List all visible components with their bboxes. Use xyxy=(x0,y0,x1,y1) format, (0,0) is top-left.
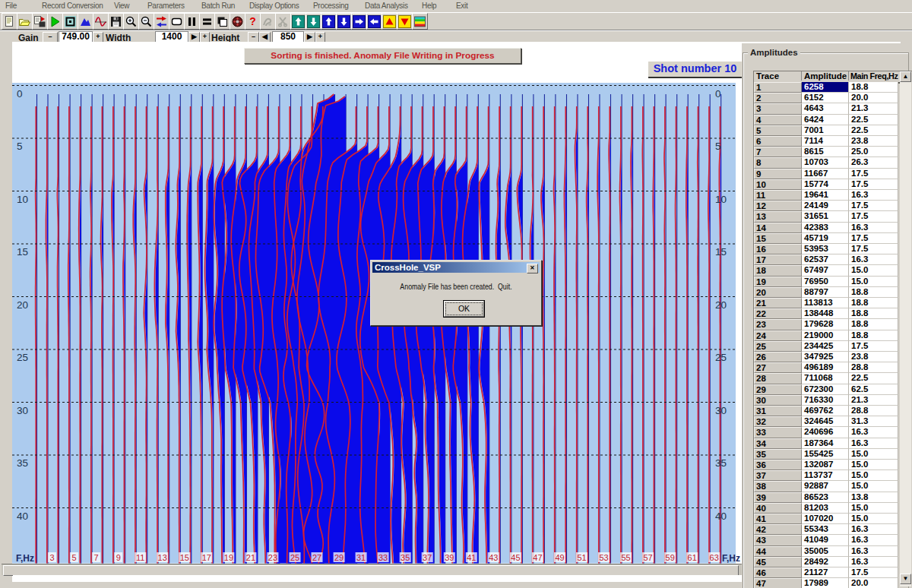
svg-text:51: 51 xyxy=(577,553,586,562)
svg-text:23: 23 xyxy=(268,553,277,562)
svg-text:39: 39 xyxy=(445,553,454,562)
svg-text:11: 11 xyxy=(136,553,144,562)
svg-text:17: 17 xyxy=(202,553,211,562)
svg-text:35: 35 xyxy=(17,457,28,469)
svg-text:27: 27 xyxy=(312,553,321,562)
svg-text:40: 40 xyxy=(715,511,727,522)
svg-text:43: 43 xyxy=(489,553,498,562)
svg-text:29: 29 xyxy=(334,553,344,562)
svg-text:0: 0 xyxy=(17,88,23,100)
svg-text:9: 9 xyxy=(116,553,121,562)
svg-text:15: 15 xyxy=(180,553,189,562)
svg-text:49: 49 xyxy=(555,553,564,562)
svg-text:?: ? xyxy=(249,15,256,27)
svg-text:30: 30 xyxy=(17,405,28,416)
svg-text:5: 5 xyxy=(715,141,721,152)
svg-text:35: 35 xyxy=(715,457,727,469)
svg-text:25: 25 xyxy=(17,352,28,363)
svg-text:37: 37 xyxy=(423,553,432,562)
svg-text:21: 21 xyxy=(246,553,255,562)
svg-text:5: 5 xyxy=(17,141,23,152)
svg-text:40: 40 xyxy=(17,511,28,522)
svg-text:13: 13 xyxy=(158,553,167,562)
svg-text:15: 15 xyxy=(715,246,727,258)
svg-text:33: 33 xyxy=(378,553,388,562)
svg-text:63: 63 xyxy=(710,553,719,562)
svg-text:15: 15 xyxy=(17,246,28,258)
svg-text:31: 31 xyxy=(356,553,366,562)
svg-text:3: 3 xyxy=(49,553,54,562)
svg-text:45: 45 xyxy=(511,553,520,562)
svg-text:10: 10 xyxy=(17,194,28,205)
svg-text:55: 55 xyxy=(621,553,630,562)
svg-text:35: 35 xyxy=(401,553,410,562)
svg-text:25: 25 xyxy=(290,553,299,562)
svg-text:47: 47 xyxy=(533,553,542,562)
svg-text:F,Hz: F,Hz xyxy=(722,553,740,564)
svg-text:41: 41 xyxy=(467,553,476,562)
svg-text:57: 57 xyxy=(643,553,652,562)
svg-text:30: 30 xyxy=(715,405,727,416)
svg-text:10: 10 xyxy=(715,194,727,205)
svg-text:19: 19 xyxy=(224,553,233,562)
svg-text:F,Hz: F,Hz xyxy=(16,553,34,564)
svg-text:0: 0 xyxy=(715,88,721,100)
svg-text:59: 59 xyxy=(666,553,675,562)
svg-text:20: 20 xyxy=(17,299,28,311)
svg-text:20: 20 xyxy=(715,299,727,311)
svg-text:53: 53 xyxy=(599,553,608,562)
svg-text:61: 61 xyxy=(688,553,697,562)
svg-text:5: 5 xyxy=(72,553,77,562)
svg-text:25: 25 xyxy=(715,352,727,363)
svg-text:7: 7 xyxy=(94,553,99,562)
